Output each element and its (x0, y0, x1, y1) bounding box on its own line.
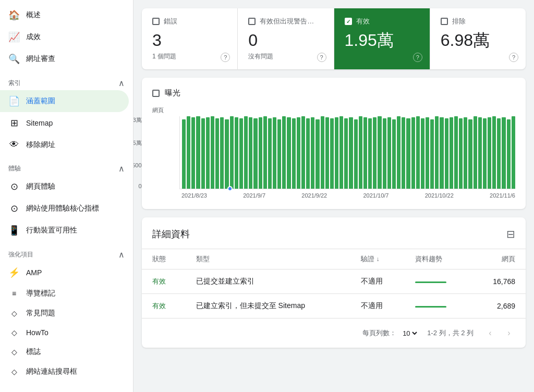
chart-bar (416, 116, 420, 189)
exposure-checkbox[interactable] (152, 90, 160, 97)
card-checkbox-warning[interactable] (248, 18, 256, 25)
status-card-error[interactable]: 錯誤 3 1 個問題 ? (142, 8, 238, 69)
rows-per-page-select[interactable]: 10 25 50 (400, 329, 419, 338)
trend-cell (405, 294, 471, 318)
rows-per-page: 每頁列數： 10 25 50 (362, 328, 419, 338)
card-checkbox-excluded[interactable] (441, 18, 448, 25)
chart-bar (383, 118, 386, 189)
chart-bar (421, 118, 424, 189)
chart-bar (474, 116, 477, 189)
chart-bar (277, 119, 281, 189)
sidebar-item-label: AMP (26, 268, 42, 277)
chart-bar (492, 116, 496, 189)
chart-bar (287, 117, 290, 189)
sidebar-item-label: 概述 (26, 10, 41, 20)
details-section: 詳細資料 ⊟ 狀態 類型 驗證 ↓ 資料趨勢 網頁 有效 已提交並建 (142, 217, 526, 348)
chart-bar (392, 119, 396, 189)
chart-bar (230, 116, 234, 189)
col-pages: 網頁 (471, 249, 526, 270)
chart-bar (406, 118, 410, 189)
sidebar: 🏠 概述 📈 成效 🔍 網址審查 索引 ∧ 📄 涵蓋範圍 ⊞ Sitemap 👁… (0, 0, 134, 392)
section-experience-collapse[interactable]: ∧ (118, 164, 125, 174)
chart-bar (253, 118, 257, 189)
chart-bar (263, 116, 267, 189)
details-table: 狀態 類型 驗證 ↓ 資料趨勢 網頁 有效 已提交並建立索引 不適用 16,76… (142, 249, 526, 318)
status-card-warning[interactable]: 有效但出現警告… 0 沒有問題 ? (238, 8, 334, 69)
sidebar-item-faq[interactable]: ◇ 常見問題 (0, 303, 129, 323)
table-row: 有效 已建立索引，但未提交至 Sitemap 不適用 2,689 (142, 294, 526, 318)
sitelinks-icon: ◇ (8, 368, 20, 376)
sidebar-item-cwv[interactable]: ⊙ 網站使用體驗核心指標 (0, 198, 129, 219)
sidebar-item-mobile-usability[interactable]: 📱 行動裝置可用性 (0, 219, 129, 241)
sidebar-item-howto[interactable]: ◇ HowTo (0, 323, 129, 342)
chart-bar (502, 117, 505, 189)
chart-bar (450, 117, 453, 189)
trend-cell (405, 270, 471, 294)
sidebar-item-overview[interactable]: 🏠 概述 (0, 4, 129, 26)
chart-bar (321, 116, 324, 189)
sidebar-item-performance[interactable]: 📈 成效 (0, 26, 129, 48)
chart-bar (368, 118, 372, 189)
sitemap-icon: ⊞ (8, 117, 20, 129)
amp-icon: ⚡ (8, 267, 20, 278)
section-enhancements-collapse[interactable]: ∧ (118, 250, 125, 260)
chart-bar (297, 117, 300, 189)
sidebar-item-sitemap[interactable]: ⊞ Sitemap (0, 112, 129, 134)
card-number-valid: 1.95萬 (345, 30, 419, 50)
chart-bar (445, 118, 448, 189)
chart-bar (440, 117, 443, 189)
filter-icon[interactable]: ⊟ (506, 228, 515, 240)
chart-y-label: 網頁 (152, 106, 515, 114)
sidebar-item-page-experience[interactable]: ⊙ 網頁體驗 (0, 176, 129, 198)
coverage-icon: 📄 (8, 95, 20, 107)
card-number-error: 3 (152, 30, 227, 50)
chart-bar (378, 116, 381, 189)
sidebar-item-sitelinks[interactable]: ◇ 網站連結搜尋框 (0, 362, 129, 382)
sidebar-item-breadcrumbs[interactable]: ≡ 導覽標記 (0, 284, 129, 303)
chart-bar (268, 118, 272, 189)
logo-icon: ◇ (8, 348, 20, 356)
chart-bars (179, 116, 515, 189)
help-icon-valid[interactable]: ? (413, 53, 422, 62)
help-icon-excluded[interactable]: ? (509, 53, 518, 62)
chart-bar (301, 116, 305, 189)
col-verification[interactable]: 驗證 ↓ (350, 249, 405, 270)
prev-page-button[interactable]: ‹ (482, 325, 499, 341)
trend-line (415, 306, 446, 308)
sidebar-item-label: 常見問題 (26, 309, 55, 318)
chart-bar (330, 118, 334, 189)
help-icon-error[interactable]: ? (221, 53, 230, 62)
chart-bar (220, 117, 224, 189)
sidebar-item-coverage[interactable]: 📄 涵蓋範圍 (0, 90, 129, 112)
chart-bar (225, 119, 228, 189)
chart-bar (344, 118, 348, 189)
card-title-warning: 有效但出現警告… (260, 17, 314, 26)
status-card-valid[interactable]: ✓ 有效 1.95萬 ? (334, 8, 430, 69)
chart-bar (335, 117, 338, 189)
chart-bar (239, 118, 243, 189)
chart-bar (206, 117, 210, 189)
card-subtitle-warning: 沒有問題 (248, 52, 323, 61)
sidebar-item-amp[interactable]: ⚡ AMP (0, 262, 129, 284)
card-checkbox-error[interactable] (152, 18, 160, 25)
sidebar-item-url-inspection[interactable]: 🔍 網址審查 (0, 48, 129, 70)
chart-bar (373, 117, 377, 189)
card-title-error: 錯誤 (164, 17, 177, 26)
chart-bar (507, 119, 511, 189)
chart-bar (191, 117, 195, 189)
sidebar-item-logo[interactable]: ◇ 標誌 (0, 342, 129, 362)
sidebar-item-remove-url[interactable]: 👁 移除網址 (0, 134, 129, 155)
chart-x-labels: 2021/8/23 2021/9/7 2021/9/22 2021/10/7 2… (179, 192, 515, 199)
chart-bar (464, 117, 467, 189)
card-checkbox-valid[interactable]: ✓ (345, 18, 352, 25)
chart-bar (182, 119, 186, 189)
next-page-button[interactable]: › (501, 325, 517, 341)
chart-bar (349, 117, 353, 189)
table-row: 有效 已提交並建立索引 不適用 16,768 (142, 270, 526, 294)
help-icon-warning[interactable]: ? (317, 53, 326, 62)
chart-bar (483, 118, 487, 189)
chart-bar (354, 119, 358, 189)
status-card-excluded[interactable]: 排除 6.98萬 ? (430, 8, 526, 69)
chart-bar (435, 116, 439, 189)
section-index-collapse[interactable]: ∧ (118, 78, 125, 88)
